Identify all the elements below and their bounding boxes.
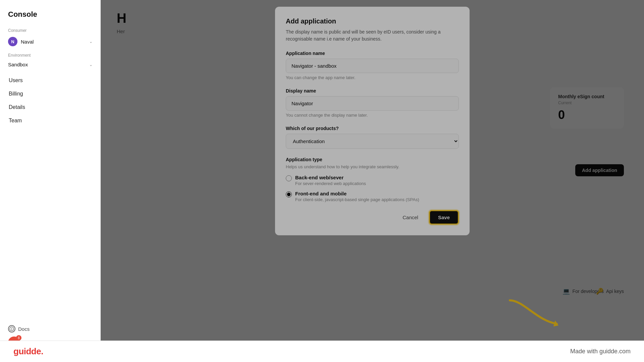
app-type-label: Application type — [286, 157, 459, 162]
notification-badge: 8 — [16, 335, 21, 341]
sidebar: Console Consumer N Naval ⌄ Environment S… — [0, 0, 101, 362]
env-chevron-icon: ⌄ — [89, 62, 93, 67]
modal-description: The display name is public and will be s… — [286, 28, 459, 43]
display-name-hint: You cannot change the display name later… — [286, 113, 459, 118]
consumer-label: Consumer — [0, 25, 101, 34]
app-name-hint: You can change the app name later. — [286, 75, 459, 80]
sidebar-item-billing[interactable]: Billing — [4, 87, 97, 100]
app-type-desc: Helps us understand how to help you inte… — [286, 164, 459, 169]
chevron-down-icon: ⌄ — [89, 39, 93, 44]
app-container: Console Consumer N Naval ⌄ Environment S… — [0, 0, 644, 362]
radio-backend-sublabel: For sever-rendered web applications — [295, 181, 366, 186]
app-name-label: Application name — [286, 51, 459, 56]
radio-frontend-labels: Front-end and mobile For client-side, ja… — [295, 191, 419, 202]
environment-label: Environment — [0, 50, 101, 59]
sidebar-logo: Console — [0, 7, 101, 25]
sidebar-nav: Users Billing Details Team — [0, 74, 101, 127]
products-label: Which of our products? — [286, 126, 459, 131]
products-select[interactable]: Authentication eSign Both — [286, 134, 459, 149]
app-name-group: Application name You can change the app … — [286, 51, 459, 80]
consumer-name: Naval — [21, 39, 34, 45]
guidde-logo: guidde. — [13, 346, 43, 357]
radio-frontend[interactable] — [286, 191, 292, 197]
sidebar-item-details[interactable]: Details — [4, 101, 97, 114]
products-group: Which of our products? Authentication eS… — [286, 126, 459, 149]
sidebar-item-users[interactable]: Users — [4, 74, 97, 87]
docs-icon — [8, 325, 15, 333]
consumer-dropdown[interactable]: N Naval ⌄ — [0, 34, 101, 49]
radio-backend[interactable] — [286, 175, 292, 181]
environment-name: Sandbox — [8, 62, 28, 67]
modal-title: Add application — [286, 17, 459, 25]
main-content: H Her Monthly eSign count Current 0 Add … — [101, 0, 644, 362]
radio-backend-label: Back-end web/sever — [295, 175, 366, 180]
consumer-avatar: N — [8, 37, 17, 46]
docs-link[interactable]: Docs — [8, 325, 93, 333]
add-application-modal: Add application The display name is publ… — [275, 7, 470, 235]
radio-backend-labels: Back-end web/sever For sever-rendered we… — [295, 175, 366, 186]
display-name-group: Display name You cannot change the displ… — [286, 88, 459, 118]
docs-label: Docs — [18, 326, 30, 332]
modal-footer: Cancel Save — [286, 210, 459, 225]
bottom-bar: guidde. Made with guidde.com — [0, 341, 644, 362]
cancel-button[interactable]: Cancel — [396, 211, 425, 224]
save-button[interactable]: Save — [429, 210, 459, 225]
app-type-section: Application type Helps us understand how… — [286, 157, 459, 202]
app-name-input[interactable] — [286, 59, 459, 73]
environment-dropdown[interactable]: Sandbox ⌄ — [0, 59, 101, 70]
display-name-label: Display name — [286, 88, 459, 94]
radio-frontend-sublabel: For client-side, javascript-based single… — [295, 197, 419, 202]
display-name-input[interactable] — [286, 96, 459, 111]
bottom-tagline: Made with guidde.com — [570, 348, 631, 355]
sidebar-item-team[interactable]: Team — [4, 114, 97, 127]
consumer-dropdown-left: N Naval — [8, 37, 34, 46]
radio-backend-option: Back-end web/sever For sever-rendered we… — [286, 175, 459, 186]
radio-frontend-label: Front-end and mobile — [295, 191, 419, 196]
radio-frontend-option: Front-end and mobile For client-side, ja… — [286, 191, 459, 202]
